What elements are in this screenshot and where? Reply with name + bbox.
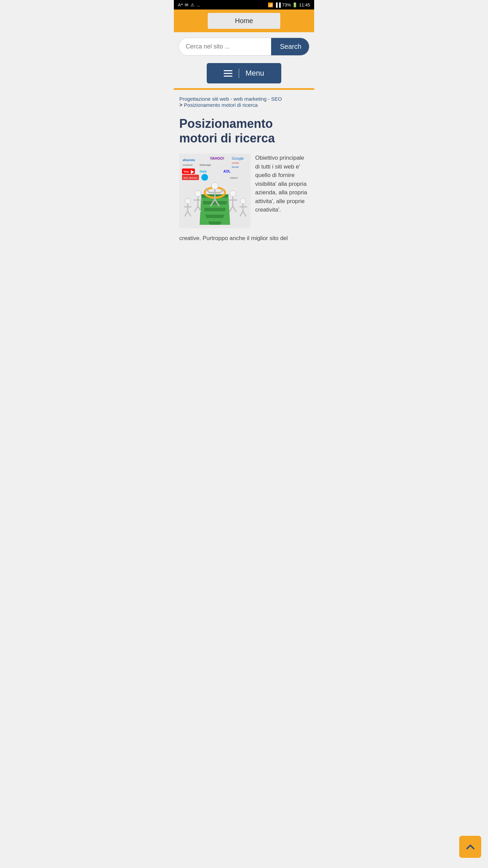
menu-label: Menu [245, 69, 264, 78]
status-bar: A⁴ ✉ ⚠ ... 📶 ▐▐ 73% 🔋 11:45 [174, 0, 314, 9]
svg-point-15 [201, 174, 208, 181]
svg-marker-23 [205, 211, 225, 215]
svg-marker-22 [204, 208, 226, 211]
search-area: Search [174, 32, 314, 60]
article-full-text: creative. Purtroppo anche il miglior sit… [179, 234, 309, 250]
svg-text:overture: overture [183, 163, 193, 166]
search-button[interactable]: Search [271, 38, 309, 55]
svg-point-35 [195, 191, 201, 197]
svg-text:Google: Google [232, 156, 244, 160]
svg-point-45 [185, 198, 190, 204]
svg-text:excite.: excite. [232, 161, 240, 164]
article-image: altavista YAHOO! Google overture Netscap… [179, 154, 250, 228]
breadcrumb-separator: > [179, 102, 182, 108]
svg-text:YAHOO!: YAHOO! [210, 156, 224, 160]
article-text-partial: Obiettivo principale di tutti i siti web… [255, 154, 309, 214]
battery-text: 73% [282, 2, 291, 7]
breadcrumb-parent-link[interactable]: Progettazione siti web - web marketing -… [179, 96, 282, 102]
search-input[interactable] [179, 38, 271, 55]
more-icon: ... [197, 2, 200, 7]
breadcrumb-current-label: Posizionamento motori di ricerca [184, 102, 258, 108]
svg-point-28 [211, 182, 218, 189]
svg-text:altavista: altavista [183, 158, 195, 162]
breadcrumb: Progettazione siti web - web marketing -… [174, 90, 314, 111]
hamburger-line-2 [224, 73, 232, 74]
page-title: Posizionamento motori di ricerca [179, 116, 309, 145]
svg-text:Netscape: Netscape [200, 163, 211, 166]
wifi-icon: 📶 [268, 2, 273, 7]
menu-button[interactable]: Menu [207, 63, 281, 83]
search-form: Search [179, 38, 309, 56]
menu-area: Menu [174, 60, 314, 88]
svg-text:tiscali: tiscali [232, 165, 239, 169]
svg-marker-24 [205, 215, 224, 218]
breadcrumb-current-row: > Posizionamento motori di ricerca [179, 102, 309, 108]
svg-text:AOL: AOL [223, 170, 230, 173]
page-content: Posizionamento motori di ricerca altavis… [174, 111, 314, 250]
hamburger-line-1 [224, 70, 232, 71]
home-button[interactable]: Home [208, 13, 280, 29]
svg-text:Ask Jeeves: Ask Jeeves [183, 176, 197, 179]
battery-icon: 🔋 [292, 2, 298, 7]
menu-divider [239, 68, 239, 78]
svg-text:You: You [183, 170, 189, 173]
svg-marker-25 [206, 218, 223, 221]
svg-point-50 [240, 198, 246, 204]
svg-marker-26 [208, 221, 222, 225]
svg-text:inktomi: inktomi [230, 177, 238, 179]
signal-icon: ▐▐ [274, 2, 281, 7]
site-header: Home [174, 9, 314, 32]
svg-marker-20 [203, 201, 227, 204]
status-right-info: 📶 ▐▐ 73% 🔋 11:45 [268, 2, 310, 7]
status-left-icons: A⁴ ✉ ⚠ ... [178, 2, 200, 7]
article-image-svg: altavista YAHOO! Google overture Netscap… [179, 154, 250, 228]
svg-marker-21 [203, 204, 226, 208]
alert-icon: ⚠ [190, 2, 195, 7]
carrier-icon: A⁴ [178, 2, 183, 7]
time-display: 11:45 [299, 2, 310, 7]
hamburger-line-3 [224, 76, 232, 77]
message-icon: ✉ [185, 2, 188, 7]
hamburger-icon [224, 70, 232, 77]
article-section: altavista YAHOO! Google overture Netscap… [179, 154, 309, 228]
breadcrumb-parent[interactable]: Progettazione siti web - web marketing -… [179, 96, 309, 102]
svg-text:msn: msn [200, 170, 207, 173]
svg-point-40 [230, 191, 236, 197]
